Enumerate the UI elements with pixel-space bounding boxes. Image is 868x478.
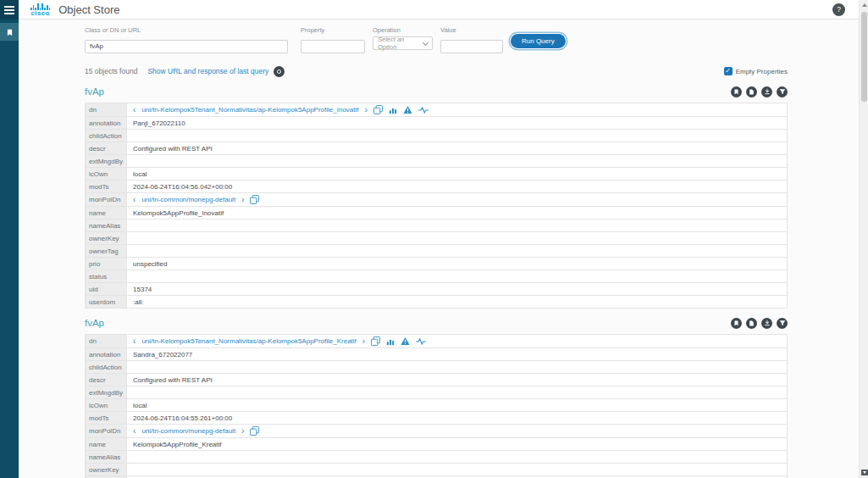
property-value: ‹uni/tn-Kelompok5Tenant_Normativitas/ap-…: [127, 103, 788, 117]
class-dn-url-input[interactable]: [85, 40, 288, 53]
property-value: [127, 245, 788, 258]
bookmark-button[interactable]: [731, 86, 742, 97]
property-row: modTs 2024-06-24T16:04:55.261+00:00: [86, 412, 788, 425]
property-value: Configured with REST API: [127, 374, 788, 386]
property-name: annotation: [86, 117, 127, 130]
value-field-label: Value: [440, 26, 503, 34]
property-name: ownerTag: [86, 245, 127, 258]
download-button[interactable]: [761, 318, 772, 329]
empty-properties-label: Empty Properties: [736, 68, 788, 75]
dn-link[interactable]: uni/tn-common/monepg-default: [141, 427, 235, 435]
scroll-up-arrow-icon[interactable]: [862, 3, 867, 7]
scrollbar-thumb[interactable]: [861, 12, 867, 102]
hamburger-menu-button[interactable]: [0, 0, 19, 19]
document-button[interactable]: [746, 86, 757, 97]
chevron-right-icon[interactable]: ›: [365, 107, 368, 114]
copy-icon[interactable]: [371, 336, 380, 346]
objects-found-count: 15 objects found: [85, 67, 137, 75]
property-name: prio: [86, 258, 127, 270]
property-name: annotation: [86, 348, 127, 361]
chevron-right-icon[interactable]: ›: [362, 338, 365, 345]
chevron-right-icon[interactable]: ›: [241, 197, 244, 203]
operation-select[interactable]: Select an Option: [373, 36, 433, 50]
history-icon[interactable]: [274, 66, 285, 77]
property-name: dn: [86, 335, 127, 348]
scroll-down-arrow-icon[interactable]: [861, 470, 868, 475]
run-query-button[interactable]: Run Query: [511, 34, 566, 48]
property-value: [127, 464, 788, 476]
copy-icon[interactable]: [373, 105, 383, 114]
pulse-icon[interactable]: [416, 337, 426, 346]
property-value: local: [127, 168, 788, 181]
property-row: status: [86, 270, 788, 283]
warning-icon[interactable]: [403, 105, 412, 114]
cisco-logo: cisco: [30, 3, 50, 16]
properties-table: dn ‹uni/tn-Kelompok5Tenant_Normativitas/…: [85, 334, 788, 478]
bookmark-button[interactable]: [731, 318, 742, 329]
chevron-left-icon[interactable]: ‹: [133, 428, 135, 435]
operation-select-placeholder: Select an Option: [378, 36, 423, 51]
class-field-label: Class or DN or URL: [85, 26, 288, 34]
property-name: childAction: [86, 130, 127, 142]
show-url-response-link[interactable]: Show URL and response of last query: [147, 67, 268, 75]
object-section: fvAp dn ‹uni/tn-Kelompok5Tenant_Normativ…: [85, 315, 788, 478]
section-action-buttons: [727, 318, 788, 329]
property-row: descr Configured with REST API: [86, 142, 788, 155]
section-action-buttons: [727, 86, 788, 97]
pulse-icon[interactable]: [418, 106, 428, 114]
dn-link[interactable]: uni/tn-Kelompok5Tenant_Normativitas/ap-K…: [141, 337, 356, 345]
document-button[interactable]: [746, 318, 757, 329]
download-button[interactable]: [761, 86, 772, 97]
chevron-left-icon[interactable]: ‹: [133, 107, 135, 114]
copy-icon[interactable]: [250, 426, 259, 436]
property-value: 2024-06-24T16:04:56.042+00:00: [127, 181, 788, 193]
property-name: uid: [86, 283, 127, 296]
chart-icon[interactable]: [386, 337, 395, 346]
property-value: [127, 451, 788, 464]
property-row: ownerKey: [86, 464, 788, 476]
filter-button[interactable]: [777, 318, 788, 329]
copy-icon[interactable]: [250, 195, 259, 204]
chevron-left-icon[interactable]: ‹: [133, 338, 135, 345]
property-row: uid 15374: [86, 283, 788, 296]
property-row: ownerKey: [86, 232, 788, 245]
property-name: modTs: [86, 181, 127, 193]
chevron-left-icon[interactable]: ‹: [133, 197, 135, 203]
property-name: userdom: [86, 296, 127, 308]
property-value: 15374: [127, 283, 788, 296]
property-value: ‹uni/tn-common/monepg-default›: [127, 193, 788, 207]
property-value: local: [127, 399, 788, 412]
property-name: nameAlias: [86, 220, 127, 232]
class-name-heading: fvAp: [85, 318, 104, 328]
property-row: prio unspecified: [86, 258, 788, 270]
chevron-right-icon[interactable]: ›: [241, 428, 244, 435]
property-value: [127, 155, 788, 168]
vertical-scrollbar[interactable]: [859, 0, 868, 478]
chart-icon[interactable]: [389, 106, 397, 114]
warning-icon[interactable]: [401, 336, 410, 346]
properties-table: dn ‹uni/tn-Kelompok5Tenant_Normativitas/…: [85, 103, 788, 308]
property-value: Sandra_672022077: [127, 348, 788, 361]
cisco-logo-text: cisco: [31, 10, 50, 16]
sidebar-item-bookmarks[interactable]: [0, 23, 19, 41]
operation-field-label: Operation: [373, 26, 433, 34]
property-row: userdom :all:: [86, 296, 788, 308]
hamburger-icon: [4, 6, 14, 8]
value-input[interactable]: [440, 40, 503, 53]
main-content: Class or DN or URL Property Operation Se…: [19, 19, 859, 478]
empty-properties-checkbox[interactable]: ✓: [724, 67, 733, 75]
help-icon[interactable]: ?: [832, 3, 845, 16]
results-sections: fvAp dn ‹uni/tn-Kelompok5Tenant_Normativ…: [85, 84, 788, 478]
property-name: name: [86, 207, 127, 220]
class-name-heading: fvAp: [85, 86, 104, 97]
property-value: [127, 232, 788, 245]
property-input[interactable]: [301, 40, 365, 53]
property-value: Kelompok5AppProfile_Kreatif: [127, 438, 788, 451]
property-row: ownerTag: [86, 245, 788, 258]
property-name: descr: [86, 142, 127, 155]
dn-link[interactable]: uni/tn-common/monepg-default: [141, 196, 235, 203]
dn-link[interactable]: uni/tn-Kelompok5Tenant_Normativitas/ap-K…: [141, 106, 358, 114]
property-row: descr Configured with REST API: [86, 374, 788, 386]
property-name: extMngdBy: [86, 155, 127, 168]
filter-button[interactable]: [777, 86, 788, 97]
